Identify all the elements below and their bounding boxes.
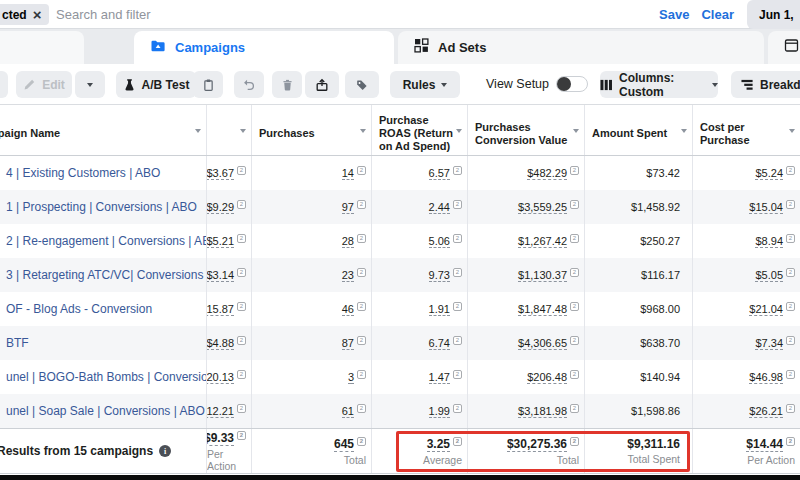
tab-ads[interactable]: Ads	[768, 31, 800, 64]
view-setup-toggle[interactable]	[556, 76, 588, 92]
column-header-conversion-value[interactable]: Purchases Conversion Value	[468, 105, 585, 155]
attribution-badge-icon: 2	[357, 268, 366, 277]
attribution-badge-icon: 2	[570, 200, 579, 209]
conversion-value-cell: $3,559.25 2	[468, 190, 585, 224]
conversion-value-cell: $4,306.65 2	[468, 326, 585, 360]
campaign-name-link[interactable]: 1 | Prospecting | Conversions | ABO	[6, 200, 197, 214]
campaign-name-cell: unel | Soap Sale | Conversions | ABO	[0, 394, 207, 428]
campaign-name-link[interactable]: 4 | Existing Customers | ABO	[6, 166, 160, 180]
summary-amount-spent-cell: $9,311.16 Total Spent	[585, 429, 693, 473]
edit-button-label: Edit	[42, 78, 65, 92]
conversion-value-cell: $206.48 2	[468, 360, 585, 394]
view-setup-label: View Setup	[486, 77, 549, 91]
breakdown-button[interactable]: Breakdown	[731, 71, 800, 98]
undo-icon	[242, 78, 256, 91]
attribution-badge-icon: 2	[357, 166, 366, 175]
column-header-roas[interactable]: Purchase ROAS (Return on Ad Spend)	[372, 105, 468, 155]
amount-spent-cell: $1,598.86	[585, 394, 693, 428]
amount-spent-cell: $1,458.92	[585, 190, 693, 224]
campaign-name-link[interactable]: 2 | Re-engagement | Conversions | ABO	[6, 234, 207, 248]
clipboard-icon	[202, 78, 215, 92]
toolbar-button-clipped[interactable]	[0, 71, 8, 98]
export-button[interactable]	[305, 71, 339, 98]
campaign-name-link[interactable]: 3 | Retargeting ATC/VC| Conversions | A.…	[6, 268, 207, 282]
sort-icon	[456, 129, 462, 133]
search-input[interactable]	[56, 3, 436, 25]
attribution-badge-icon: 2	[453, 404, 462, 413]
summary-sublabel: Total Spent	[627, 453, 680, 465]
column-header-campaign-name[interactable]: Campaign Name	[0, 105, 207, 155]
tab-stub[interactable]	[0, 31, 84, 64]
metric-cell: $15.87 2	[207, 292, 252, 326]
roas-cell: 6.57 2	[372, 156, 468, 190]
date-range-button[interactable]: Jun 1,	[747, 0, 800, 29]
filter-chip[interactable]: cted ×	[0, 4, 49, 25]
table-row: unel | BOGO-Bath Bombs | Conversions |..…	[0, 360, 800, 394]
attribution-badge-icon: 2	[570, 336, 579, 345]
edit-button[interactable]: Edit	[16, 71, 72, 98]
delete-button[interactable]	[272, 71, 302, 98]
edit-dropdown-button[interactable]	[75, 71, 105, 98]
campaign-name-link[interactable]: OF - Blog Ads - Conversion	[6, 302, 152, 316]
tag-button[interactable]	[345, 71, 379, 98]
pencil-icon	[23, 78, 36, 91]
sort-icon	[240, 129, 246, 133]
amount-spent-cell: $140.94	[585, 360, 693, 394]
ab-test-label: A/B Test	[142, 78, 190, 92]
attribution-badge-icon: 2	[357, 437, 366, 446]
summary-purchases-cell: 6452 Total	[252, 429, 372, 473]
table-header: Campaign Name Purchases Purchase ROAS (R…	[0, 104, 800, 156]
filter-bar: cted × Save Clear Jun 1,	[0, 0, 800, 29]
columns-button[interactable]: Columns: Custom	[600, 71, 718, 98]
clear-link[interactable]: Clear	[701, 7, 734, 22]
conversion-value-cell: $482.29 2	[468, 156, 585, 190]
summary-sublabel: Per Action	[747, 454, 795, 466]
campaign-name-cell: 4 | Existing Customers | ABO	[0, 156, 207, 190]
table-row: 1 | Prospecting | Conversions | ABO $9.2…	[0, 190, 800, 224]
save-link[interactable]: Save	[659, 7, 689, 22]
metric-cell: $9.29 2	[207, 190, 252, 224]
cost-per-purchase-cell: $15.04 2	[693, 190, 800, 224]
column-header-amount-spent[interactable]: Amount Spent	[585, 105, 693, 155]
column-header-purchases[interactable]: Purchases	[252, 105, 372, 155]
undo-button[interactable]	[234, 71, 264, 98]
tab-campaigns-label: Campaigns	[175, 40, 245, 55]
attribution-badge-icon: 2	[453, 437, 462, 446]
rules-button[interactable]: Rules	[390, 71, 460, 98]
grid-icon	[414, 38, 429, 57]
export-icon	[315, 78, 329, 92]
results-summary-label: Results from 15 campaigns	[0, 444, 153, 458]
attribution-badge-icon: 2	[357, 200, 366, 209]
attribution-badge-icon: 2	[357, 404, 366, 413]
flask-icon	[123, 78, 136, 92]
attribution-badge-icon: 2	[237, 200, 246, 209]
attribution-badge-icon: 2	[237, 268, 246, 277]
purchases-cell: 61 2	[252, 394, 372, 428]
trash-icon	[281, 78, 294, 92]
summary-sublabel: Total	[557, 454, 579, 466]
attribution-badge-icon: 2	[453, 166, 462, 175]
duplicate-button[interactable]	[193, 71, 223, 98]
info-icon[interactable]: i	[159, 445, 171, 457]
attribution-badge-icon: 2	[453, 268, 462, 277]
campaign-name-link[interactable]: unel | Soap Sale | Conversions | ABO	[6, 404, 205, 418]
tab-campaigns[interactable]: Campaigns	[134, 31, 394, 64]
bottom-bar	[0, 475, 800, 480]
tab-ad-sets[interactable]: Ad Sets	[398, 31, 764, 64]
campaign-name-cell: 3 | Retargeting ATC/VC| Conversions | A.…	[0, 258, 207, 292]
conversion-value-cell: $1,130.37 2	[468, 258, 585, 292]
chip-close-icon[interactable]: ×	[33, 7, 42, 22]
cost-per-purchase-cell: $26.21 2	[693, 394, 800, 428]
attribution-badge-icon: 2	[786, 336, 795, 345]
sort-icon	[573, 129, 579, 133]
breakdown-icon	[741, 79, 754, 91]
ab-test-button[interactable]: A/B Test	[116, 71, 196, 98]
roas-cell: 1.99 2	[372, 394, 468, 428]
attribution-badge-icon: 2	[357, 370, 366, 379]
conversion-value-cell: $1,847.48 2	[468, 292, 585, 326]
column-header-clipped[interactable]	[207, 105, 252, 155]
column-header-cost-per-purchase[interactable]: Cost per Purchase	[693, 105, 800, 155]
campaign-name-link[interactable]: unel | BOGO-Bath Bombs | Conversions |..…	[6, 370, 207, 384]
table-row: 3 | Retargeting ATC/VC| Conversions | A.…	[0, 258, 800, 292]
campaign-name-link[interactable]: BTF	[6, 336, 29, 350]
